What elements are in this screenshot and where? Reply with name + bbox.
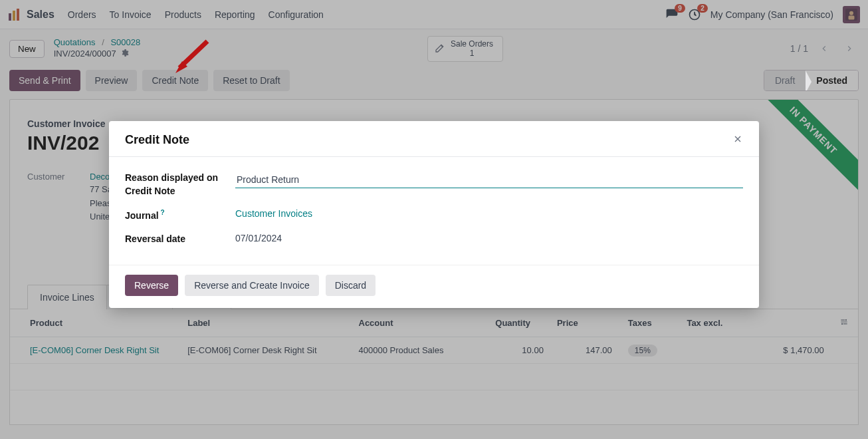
journal-label: Journal? [125,208,235,222]
help-icon[interactable]: ? [161,209,165,216]
reversal-date-label: Reversal date [125,233,235,246]
reverse-create-button[interactable]: Reverse and Create Invoice [185,275,319,296]
reason-input[interactable] [235,172,743,188]
reverse-button[interactable]: Reverse [125,275,178,296]
modal-close-button[interactable] [732,134,743,146]
reversal-date-value[interactable]: 07/01/2024 [235,233,743,243]
discard-button[interactable]: Discard [326,275,376,296]
credit-note-modal: Credit Note Reason displayed on Credit N… [109,121,759,308]
reason-label: Reason displayed on Credit Note [125,172,235,198]
modal-title: Credit Note [125,133,189,147]
journal-value[interactable]: Customer Invoices [235,208,743,219]
